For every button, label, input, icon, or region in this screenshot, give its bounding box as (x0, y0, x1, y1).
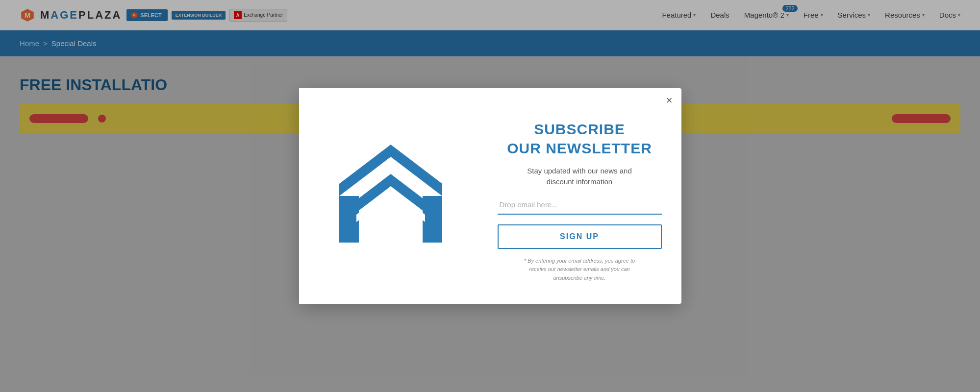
email-input[interactable] (498, 196, 662, 215)
signup-button[interactable]: SIGN UP (498, 224, 662, 249)
modal-title: SUBSCRIBE OUR NEWSLETTER (507, 120, 652, 158)
modal-disclaimer: * By entering your email address, you ag… (524, 257, 635, 283)
close-button[interactable]: × (666, 95, 673, 106)
mageplaza-logo-large (325, 130, 457, 262)
modal-title-line2: OUR NEWSLETTER (507, 139, 652, 158)
modal-subtitle: Stay updated with our news anddiscount i… (527, 166, 631, 188)
modal-title-line1: SUBSCRIBE (507, 120, 652, 139)
svg-marker-9 (423, 196, 442, 243)
svg-marker-6 (339, 145, 442, 196)
newsletter-modal: × SUBSCRIBE OUR NEWSLETTER (299, 88, 681, 304)
modal-overlay: × SUBSCRIBE OUR NEWSLETTER (0, 0, 980, 392)
modal-form-area: SUBSCRIBE OUR NEWSLETTER Stay updated wi… (483, 88, 681, 304)
modal-logo-area (299, 88, 483, 304)
svg-marker-8 (339, 196, 359, 243)
